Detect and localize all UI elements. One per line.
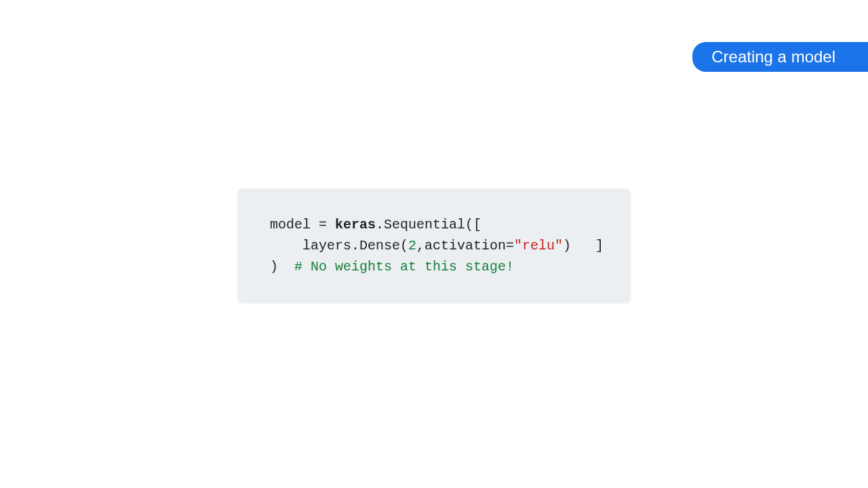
code-token: ) ] (563, 238, 604, 253)
code-line-2: layers.Dense(2,activation="relu") ] (270, 235, 598, 256)
slide-title-text: Creating a model (711, 47, 835, 66)
code-token: layers.Dense( (270, 238, 408, 253)
code-token: .Sequential([ (376, 217, 481, 232)
code-line-3: ) # No weights at this stage! (270, 256, 598, 277)
code-token: ,activation= (416, 238, 514, 253)
code-token: ) (270, 259, 294, 274)
code-token-string: "relu" (514, 238, 563, 253)
code-block: model = keras.Sequential([ layers.Dense(… (237, 188, 631, 303)
slide-title-badge: Creating a model (692, 42, 868, 72)
code-token-keyword: keras (335, 217, 376, 232)
code-token-comment: # No weights at this stage! (294, 259, 514, 274)
code-token: model = (270, 217, 335, 232)
code-line-1: model = keras.Sequential([ (270, 214, 598, 235)
code-token-number: 2 (408, 238, 416, 253)
